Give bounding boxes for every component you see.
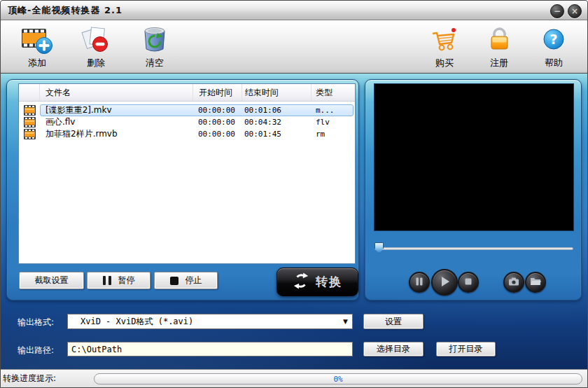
file-end: 00:04:32 [242, 118, 312, 127]
file-type: rm [312, 130, 353, 139]
padlock-icon [483, 25, 515, 55]
window-controls: − × [550, 4, 582, 18]
clear-label: 清空 [146, 57, 164, 69]
progress-hint-label: 转换进度提示: [3, 373, 56, 384]
stop-icon [170, 277, 178, 285]
table-row[interactable]: [谍影重重2].mkv 00:00:00 00:01:06 m... [19, 104, 355, 116]
film-clip-icon [19, 117, 40, 127]
seek-bar[interactable] [374, 242, 573, 254]
capture-settings-button[interactable]: 截取设置 [19, 272, 84, 289]
file-start: 00:00:00 [193, 130, 242, 139]
choose-directory-button[interactable]: 选择目录 [363, 342, 424, 356]
convert-button[interactable]: 转换 [276, 268, 358, 296]
seek-track[interactable] [374, 247, 573, 250]
help-label: 帮助 [545, 57, 563, 69]
chevron-down-icon: ▼ [343, 318, 348, 325]
format-settings-button[interactable]: 设置 [363, 314, 424, 329]
stop-convert-button[interactable]: 停止 [154, 272, 218, 289]
header-icon-column [19, 84, 40, 101]
delete-button[interactable]: 删除 [78, 25, 114, 69]
question-icon: ? [538, 25, 570, 55]
minimize-button[interactable]: − [550, 4, 564, 18]
window-title: 顶峰-全能视频转换器 2.1 [1, 4, 122, 17]
output-path-label: 输出路径: [18, 345, 54, 356]
toolbar-right-group: 购买 注册 [426, 25, 572, 69]
header-filename[interactable]: 文件名 [40, 84, 193, 101]
header-type[interactable]: 类型 [312, 84, 355, 101]
seek-thumb[interactable] [374, 242, 384, 254]
player-stop-button[interactable] [458, 272, 479, 293]
titlebar: 顶峰-全能视频转换器 2.1 − × [1, 1, 587, 20]
open-folder-icon [530, 277, 541, 288]
film-add-icon [21, 25, 53, 55]
player-pause-button[interactable] [409, 272, 430, 293]
file-start: 00:00:00 [193, 118, 242, 127]
delete-pages-icon [80, 25, 112, 55]
output-path-input[interactable] [67, 342, 353, 356]
stop-icon [463, 277, 473, 289]
help-button[interactable]: ? 帮助 [536, 25, 572, 69]
output-format-select[interactable]: XviD - XviD格式 (*.avi) ▼ [67, 314, 353, 329]
preview-panel [365, 79, 582, 300]
snapshot-camera-icon [508, 277, 519, 289]
file-name: 画心.flv [41, 116, 193, 128]
file-start: 00:00:00 [193, 106, 242, 115]
minimize-icon: − [554, 6, 561, 16]
file-list-header: 文件名 开始时间 结束时间 类型 [19, 84, 355, 102]
recycle-bin-icon [139, 25, 171, 55]
film-clip-icon [19, 129, 40, 139]
add-label: 添加 [28, 57, 46, 69]
progress-percent-text: 0% [94, 375, 582, 384]
file-name: 加菲猫2样片.rmvb [41, 128, 193, 140]
pause-icon [103, 276, 111, 285]
register-button[interactable]: 注册 [481, 25, 517, 69]
table-row[interactable]: 画心.flv 00:00:00 00:04:32 flv [19, 116, 355, 128]
register-label: 注册 [490, 57, 508, 69]
content-area: 文件名 开始时间 结束时间 类型 [谍影重重2].mkv 00:00:00 00… [1, 74, 587, 369]
pause-convert-button[interactable]: 暂停 [87, 272, 150, 289]
close-button[interactable]: × [568, 4, 582, 18]
pause-icon [414, 277, 424, 289]
svg-text:?: ? [550, 32, 557, 47]
header-end-time[interactable]: 结束时间 [242, 84, 312, 101]
close-icon: × [571, 6, 578, 16]
file-name: [谍影重重2].mkv [41, 104, 193, 116]
file-type: m... [312, 106, 353, 115]
file-type: flv [312, 118, 353, 127]
open-directory-button[interactable]: 打开目录 [436, 342, 496, 356]
shopping-cart-icon [428, 25, 461, 55]
file-end: 00:01:45 [242, 130, 312, 139]
convert-refresh-icon [293, 272, 309, 292]
buy-button[interactable]: 购买 [426, 25, 463, 69]
buy-label: 购买 [435, 57, 454, 69]
open-file-button[interactable] [525, 272, 546, 293]
video-preview [374, 83, 574, 231]
toolbar: 添加 删除 [1, 20, 587, 74]
output-format-label: 输出格式: [18, 317, 54, 328]
player-play-button[interactable] [431, 269, 458, 296]
header-start-time[interactable]: 开始时间 [193, 84, 242, 101]
table-row[interactable]: 加菲猫2样片.rmvb 00:00:00 00:01:45 rm [19, 128, 355, 140]
file-end: 00:01:06 [242, 106, 312, 115]
film-clip-icon [19, 105, 40, 116]
progress-bar: 0% [94, 373, 582, 384]
play-icon [438, 275, 451, 290]
add-button[interactable]: 添加 [19, 25, 55, 69]
file-list[interactable]: 文件名 开始时间 结束时间 类型 [谍影重重2].mkv 00:00:00 00… [18, 83, 356, 264]
delete-label: 删除 [87, 57, 105, 69]
app-window: 顶峰-全能视频转换器 2.1 − × [0, 0, 588, 388]
snapshot-button[interactable] [503, 272, 524, 293]
file-list-panel: 文件名 开始时间 结束时间 类型 [谍影重重2].mkv 00:00:00 00… [6, 79, 359, 300]
output-format-value: XviD - XviD格式 (*.avi) [68, 316, 193, 328]
status-bar: 转换进度提示: 0% [1, 369, 587, 387]
toolbar-left-group: 添加 删除 [19, 25, 173, 69]
clear-button[interactable]: 清空 [136, 25, 173, 69]
